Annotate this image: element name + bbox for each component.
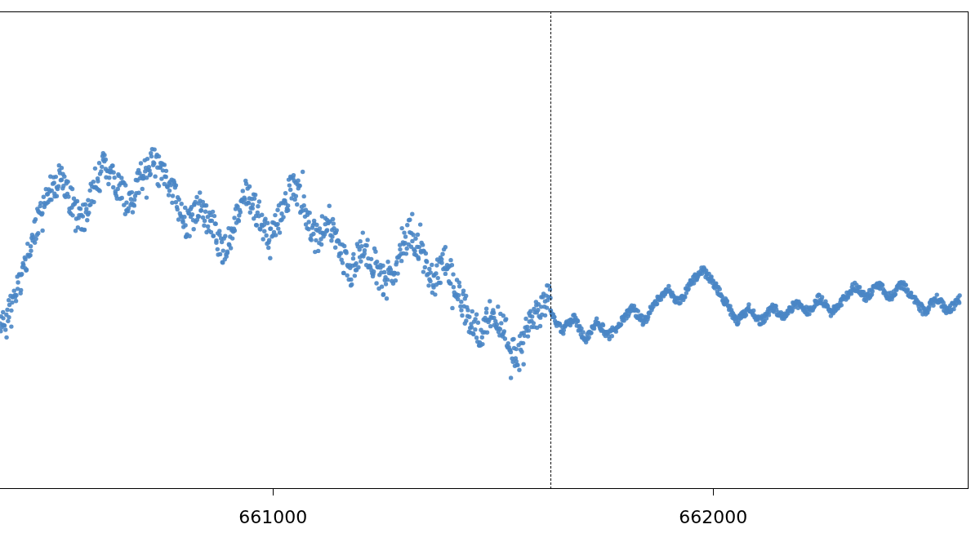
svg-point-853	[519, 349, 523, 353]
svg-point-947	[576, 319, 580, 323]
svg-point-467	[283, 191, 287, 195]
svg-point-138	[82, 228, 87, 232]
svg-point-463	[281, 215, 285, 219]
svg-point-714	[434, 263, 439, 267]
svg-point-684	[416, 256, 421, 260]
svg-point-230	[139, 161, 143, 165]
svg-point-615	[374, 281, 378, 285]
svg-point-416	[252, 197, 256, 201]
svg-point-413	[251, 202, 255, 207]
svg-point-812	[495, 322, 499, 327]
svg-point-457	[278, 230, 282, 234]
svg-point-765	[466, 308, 470, 312]
svg-point-443	[269, 226, 273, 230]
svg-point-252	[152, 161, 156, 165]
svg-point-254	[153, 174, 157, 178]
svg-point-316	[191, 227, 195, 231]
svg-point-358	[217, 229, 221, 233]
svg-point-470	[286, 208, 290, 212]
svg-point-435	[264, 233, 268, 238]
svg-point-666	[405, 223, 409, 227]
svg-point-325	[197, 214, 201, 218]
svg-point-762	[464, 318, 468, 322]
svg-point-57	[33, 241, 37, 245]
svg-point-172	[104, 158, 108, 162]
svg-point-88	[52, 180, 56, 184]
svg-point-825	[503, 336, 507, 340]
svg-point-480	[292, 173, 296, 177]
x-tick-label: 662000	[679, 507, 747, 527]
svg-point-1554	[931, 304, 935, 308]
svg-point-736	[448, 282, 452, 286]
svg-point-650	[395, 271, 399, 275]
svg-point-862	[526, 334, 530, 338]
svg-point-1516	[909, 291, 913, 295]
svg-point-822	[501, 313, 506, 318]
svg-point-846	[515, 362, 519, 367]
svg-point-119	[70, 213, 74, 217]
svg-point-135	[81, 214, 85, 218]
svg-point-657	[399, 226, 403, 230]
svg-point-567	[345, 273, 349, 278]
svg-point-473	[287, 183, 292, 187]
svg-point-199	[120, 196, 124, 200]
svg-point-979	[595, 316, 599, 320]
svg-point-559	[341, 260, 345, 264]
svg-point-557	[339, 251, 343, 255]
svg-point-147	[88, 189, 92, 193]
svg-point-424	[257, 199, 261, 203]
svg-point-634	[385, 260, 390, 264]
svg-point-30	[16, 280, 20, 284]
svg-point-178	[107, 176, 111, 180]
svg-point-59	[33, 237, 38, 241]
svg-point-141	[84, 207, 88, 211]
svg-point-1510	[906, 287, 910, 291]
svg-point-697	[425, 260, 429, 264]
svg-point-268	[163, 162, 167, 167]
svg-point-186	[111, 171, 115, 175]
svg-point-1136	[686, 287, 690, 291]
svg-point-152	[91, 180, 96, 184]
svg-point-855	[521, 362, 525, 367]
svg-point-741	[452, 285, 456, 289]
svg-point-329	[199, 208, 203, 212]
svg-point-277	[167, 189, 172, 193]
svg-point-352	[213, 222, 217, 226]
svg-point-781	[476, 321, 480, 325]
svg-point-354	[214, 240, 218, 244]
svg-point-748	[456, 297, 460, 301]
svg-point-582	[354, 261, 358, 265]
svg-point-624	[380, 284, 384, 288]
svg-point-260	[157, 184, 161, 188]
svg-point-711	[433, 292, 437, 296]
svg-point-772	[470, 309, 474, 313]
svg-point-485	[295, 202, 299, 207]
svg-point-6	[1, 316, 5, 320]
svg-point-390	[237, 219, 241, 223]
svg-point-44	[24, 268, 29, 272]
svg-point-625	[381, 264, 385, 268]
svg-point-854	[521, 341, 525, 345]
svg-point-788	[480, 342, 484, 346]
svg-point-36	[20, 272, 24, 276]
svg-point-563	[342, 244, 346, 248]
svg-point-1202	[725, 299, 729, 303]
svg-point-449	[273, 213, 277, 217]
svg-point-1234	[744, 313, 748, 317]
svg-point-776	[473, 327, 477, 331]
svg-point-347	[211, 210, 215, 214]
svg-point-100	[60, 166, 64, 170]
svg-point-739	[450, 306, 454, 310]
svg-point-290	[176, 207, 180, 211]
svg-point-1414	[849, 291, 853, 295]
svg-point-606	[369, 257, 373, 261]
svg-point-749	[457, 293, 461, 297]
svg-point-253	[152, 147, 156, 151]
svg-point-397	[241, 189, 245, 193]
svg-point-440	[267, 238, 271, 242]
svg-point-751	[457, 284, 461, 288]
x-tick-label: 661000	[238, 507, 307, 527]
svg-point-240	[145, 195, 149, 199]
svg-point-126	[75, 199, 79, 203]
svg-point-185	[111, 185, 115, 189]
